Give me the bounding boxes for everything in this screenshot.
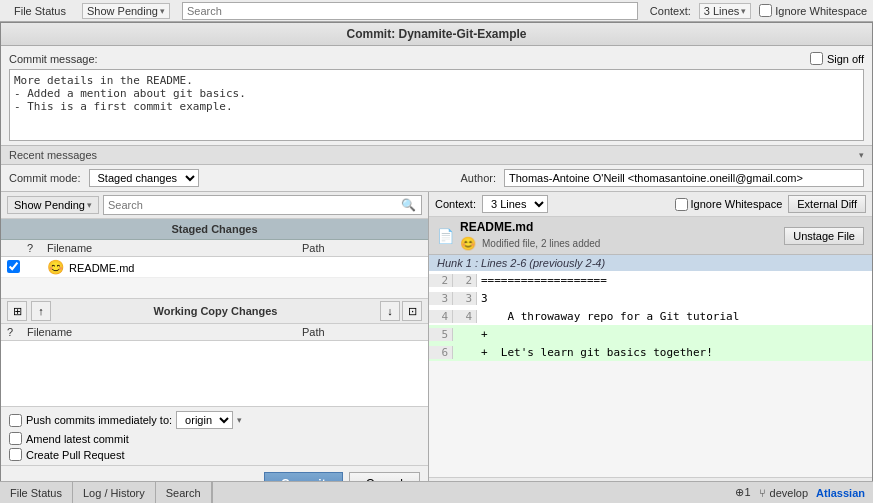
commit-mode-label: Commit mode: [9,172,81,184]
file-name-text: README.md [69,262,134,274]
wc-right-btn-1[interactable]: ↓ [380,301,400,321]
amend-checkbox[interactable] [9,432,22,445]
working-copy-header: Working Copy Changes [55,305,376,317]
diff-line: 2 2 =================== [429,271,872,289]
status-bar-tab-log-history[interactable]: Log / History [73,482,156,504]
sign-off-label[interactable]: Sign off [810,52,864,65]
create-pr-text: Create Pull Request [26,449,124,461]
context-dropdown-top[interactable]: 3 Lines ▾ [699,3,751,19]
left-search-input[interactable] [103,195,422,215]
file-checkbox[interactable] [7,260,20,273]
hunk-header-text: Hunk 1 : Lines 2-6 (previously 2-4) [437,257,605,269]
brand-label: Atlassian [816,487,865,499]
author-label: Author: [461,172,496,184]
commit-message-section: Commit message: Sign off More details in… [1,46,872,145]
search-icon: 🔍 [401,198,416,212]
top-search-input[interactable] [182,2,638,20]
show-pending-chevron-icon: ▾ [160,6,165,16]
status-bar-tab-search[interactable]: Search [156,482,212,504]
staged-column-headers: ? Filename Path [1,240,428,257]
right-panel: Context: 3 Lines Ignore Whitespace Exter… [429,192,872,502]
status-bar-tab-file-status[interactable]: File Status [0,482,73,504]
origin-select[interactable]: origin [176,411,233,429]
ignore-whitespace-checkbox-top[interactable] [759,4,772,17]
unstage-file-button[interactable]: Unstage File [784,227,864,245]
left-panel: Show Pending ▾ 🔍 Staged Changes ? Filena… [1,192,429,502]
context-label: Context: [435,198,476,210]
ignore-whitespace-label[interactable]: Ignore Whitespace [675,198,783,211]
wc-column-headers: ? Filename Path [1,324,428,341]
wc-icon-btn-2[interactable]: ↑ [31,301,51,321]
diff-line-added: 6 + Let's learn git basics together! [429,343,872,361]
context-value-top: 3 Lines [704,5,739,17]
commit-message-textarea[interactable]: More details in the README. - Added a me… [9,69,864,141]
show-pending-dropdown[interactable]: Show Pending ▾ [82,3,170,19]
staged-changes-header: Staged Changes [1,219,428,240]
diff-view: 2 2 =================== 3 3 3 4 4 A thro… [429,271,872,477]
branch-icon: ⑂ [759,487,766,499]
show-pending-row: Show Pending ▾ 🔍 [1,192,428,219]
top-search-container [182,2,638,20]
diff-line-num2: 3 [453,292,477,305]
commit-message-label: Commit message: [9,53,98,65]
diff-line-content: + [477,328,872,341]
col-check-header [7,242,27,254]
create-pr-checkbox[interactable] [9,448,22,461]
sign-off-text: Sign off [827,53,864,65]
diff-line-added: 5 + [429,325,872,343]
search-tab-label: Search [166,487,201,499]
wc-icon-btn-1[interactable]: ⊞ [7,301,27,321]
staged-file-row[interactable]: 😊 README.md [1,257,428,278]
diff-file-status-text: Modified file, 2 lines added [482,238,600,249]
file-emoji-icon: 😊 [47,259,64,275]
status-bar: File Status Log / History Search ⊕1 ⑂ de… [0,481,873,503]
diff-line-content: A throwaway repo for a Git tutorial [477,310,872,323]
diff-file-status: 😊 Modified file, 2 lines added [460,236,600,251]
context-select[interactable]: 3 Lines [482,195,548,213]
context-row: Context: 3 Lines Ignore Whitespace Exter… [429,192,872,217]
amend-label[interactable]: Amend latest commit [9,432,420,445]
diff-line-num1: 5 [429,328,453,341]
log-history-tab-label: Log / History [83,487,145,499]
push-checkbox[interactable] [9,414,22,427]
col-indicator-header: ? [27,242,47,254]
file-status-topbar[interactable]: File Status [6,3,74,19]
diff-line-num1: 3 [429,292,453,305]
diff-file-info: README.md 😊 Modified file, 2 lines added [460,220,600,251]
status-bar-tabs: File Status Log / History Search [0,482,213,504]
branch-name: develop [770,487,809,499]
ignore-whitespace-checkbox[interactable] [675,198,688,211]
push-row: Push commits immediately to: origin ▾ [9,411,420,429]
diff-line-num1: 2 [429,274,453,287]
file-row-name: 😊 README.md [47,259,302,275]
origin-chevron-icon: ▾ [237,415,242,425]
show-pending-label: Show Pending [87,5,158,17]
push-label: Push commits immediately to: [26,414,172,426]
author-input[interactable] [504,169,864,187]
diff-line: 3 3 3 [429,289,872,307]
commit-dialog: Commit: Dynamite-Git-Example Commit mess… [0,22,873,503]
recent-messages-label: Recent messages [9,149,97,161]
diff-line-num2: 2 [453,274,477,287]
ignore-whitespace-top[interactable]: Ignore Whitespace [759,4,867,17]
external-diff-button[interactable]: External Diff [788,195,866,213]
wc-files-area [1,341,428,406]
diff-line-content: 3 [477,292,872,305]
show-pending-btn-chevron-icon: ▾ [87,200,92,210]
diff-file-name: README.md [460,220,600,234]
recent-messages-bar[interactable]: Recent messages ▾ [1,145,872,165]
diff-line-num2: 4 [453,310,477,323]
diff-file-emoji-icon: 😊 [460,236,476,251]
sign-off-checkbox[interactable] [810,52,823,65]
create-pr-label[interactable]: Create Pull Request [9,448,420,461]
col-path-header: Path [302,242,422,254]
wc-right-btn-2[interactable]: ⊡ [402,301,422,321]
context-chevron-icon: ▾ [741,6,746,16]
branch-badge: ⑂ develop [759,487,809,499]
diff-file-header: 📄 README.md 😊 Modified file, 2 lines add… [429,217,872,255]
diff-line-content: + Let's learn git basics together! [477,346,872,359]
file-row-check[interactable] [7,260,27,275]
wc-col-filename-header: Filename [27,326,302,338]
show-pending-button[interactable]: Show Pending ▾ [7,196,99,214]
commit-mode-select[interactable]: Staged changes [89,169,199,187]
